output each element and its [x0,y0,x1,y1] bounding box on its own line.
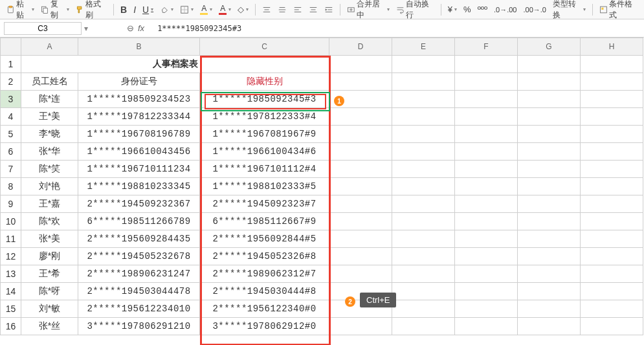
cell-name[interactable]: 刘*敏 [21,300,78,318]
cell[interactable] [518,56,581,73]
cell[interactable] [518,248,581,265]
cell[interactable] [329,213,392,230]
cond-format-button[interactable]: 条件格式 [597,0,640,22]
copy-button[interactable]: 复制▾ [38,0,71,22]
cell[interactable] [455,143,518,161]
cell[interactable] [581,318,643,335]
cell-masked[interactable]: 1*****1978122333#4 [200,108,329,126]
cell-masked[interactable]: 1*****1966100434#6 [200,143,329,161]
cell[interactable] [392,195,455,213]
cell[interactable] [392,248,455,265]
align-middle-button[interactable] [275,4,289,16]
cell-name[interactable]: 李*晓 [21,126,78,143]
cell-masked[interactable]: 1*****1967101112#4 [200,161,329,178]
cell[interactable] [581,91,643,108]
cell-masked[interactable]: 2*****1989062312#7 [200,265,329,283]
row-header[interactable]: 3 [1,91,21,108]
fx-icon[interactable]: fx [138,23,144,33]
cell[interactable] [329,73,392,91]
cell-id[interactable]: 1*****196710111234 [78,161,200,178]
italic-button[interactable]: I [131,3,139,16]
type-convert-button[interactable]: 类型转换▾ [550,0,588,22]
cell[interactable] [329,318,392,335]
cell-name[interactable]: 王*嘉 [21,195,78,213]
cell[interactable] [581,283,643,300]
col-header-G[interactable]: G [518,38,581,56]
cell[interactable] [518,73,581,91]
cell-masked[interactable]: 1*****1988102333#5 [200,178,329,195]
cell[interactable] [392,108,455,126]
cell[interactable] [392,265,455,283]
indent-button[interactable] [322,4,336,16]
cell[interactable] [392,318,455,335]
cell[interactable] [455,91,518,108]
cell[interactable] [518,283,581,300]
cell-id[interactable]: 2*****198906231247 [78,265,200,283]
cell[interactable] [518,178,581,195]
cell-masked[interactable]: 6*****1985112667#9 [200,213,329,230]
cell[interactable] [518,300,581,318]
cell[interactable] [581,108,643,126]
percent-button[interactable]: % [461,3,474,16]
cell[interactable] [392,126,455,143]
cell[interactable] [392,73,455,91]
align-left-button[interactable] [291,4,305,16]
title-cell[interactable]: 人事档案表 [21,56,329,73]
cell[interactable] [455,108,518,126]
cell[interactable] [518,126,581,143]
underline-button[interactable]: U▾ [140,3,156,16]
cell[interactable] [455,178,518,195]
cell-masked[interactable]: 2*****1945092323#7 [200,195,329,213]
cell-name[interactable]: 张*华 [21,143,78,161]
format-painter-button[interactable]: 格式刷 [73,0,109,22]
col-header-H[interactable]: H [581,38,643,56]
cell[interactable] [455,161,518,178]
cell[interactable] [518,143,581,161]
col-header-F[interactable]: F [455,38,518,56]
cell[interactable] [455,195,518,213]
row-header[interactable]: 16 [1,318,21,335]
paste-button[interactable]: 粘贴▾ [4,0,37,22]
cell[interactable] [581,300,643,318]
cell[interactable] [581,195,643,213]
cell-id[interactable]: 1*****198810233345 [78,178,200,195]
cell-name[interactable]: 张*美 [21,230,78,248]
col-header-D[interactable]: D [329,38,392,56]
row-header[interactable]: 15 [1,300,21,318]
align-center-button[interactable] [306,4,320,16]
row-header[interactable]: 11 [1,230,21,248]
wrap-text-button[interactable]: 自动换行 [394,0,437,22]
highlight-button[interactable]: A▾ [197,3,215,16]
cell[interactable] [392,283,455,300]
cell-name[interactable]: 刘*艳 [21,178,78,195]
cell-id[interactable]: 2*****194509232367 [78,195,200,213]
cell-name[interactable]: 陈*连 [21,91,78,108]
currency-button[interactable]: ¥▾ [445,3,460,16]
row-header[interactable]: 7 [1,161,21,178]
cell-id[interactable]: 1*****197812233344 [78,108,200,126]
increase-decimal-button[interactable]: .00→.0 [520,5,548,15]
cell[interactable] [518,91,581,108]
name-box[interactable] [4,22,82,35]
cell[interactable] [581,126,643,143]
cell[interactable] [392,161,455,178]
cell[interactable] [455,230,518,248]
cancel-formula-icon[interactable]: ⊖ [127,23,134,33]
header-cell[interactable]: 隐藏性别 [200,73,329,91]
borders-button[interactable]: ▾ [177,4,196,16]
cell-name[interactable]: 王*希 [21,265,78,283]
cell[interactable] [455,283,518,300]
row-header[interactable]: 6 [1,143,21,161]
row-header[interactable]: 10 [1,213,21,230]
cell[interactable] [329,161,392,178]
row-header[interactable]: 14 [1,283,21,300]
cell-masked[interactable]: 1*****1967081967#9 [200,126,329,143]
header-cell[interactable]: 员工姓名 [21,73,78,91]
cell[interactable] [581,178,643,195]
cell[interactable] [455,248,518,265]
row-header[interactable]: 13 [1,265,21,283]
row-header[interactable]: 1 [1,56,21,73]
cell[interactable] [455,73,518,91]
cell-id[interactable]: 2*****194505232678 [78,248,200,265]
header-cell[interactable]: 身份证号 [78,73,200,91]
